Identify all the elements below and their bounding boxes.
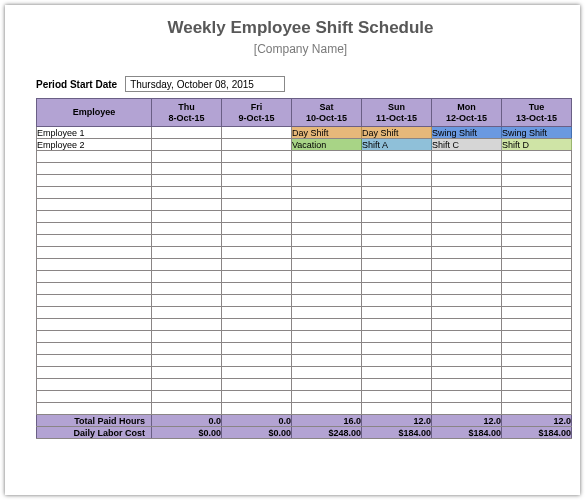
employee-name-cell[interactable]: Employee 2 xyxy=(37,139,152,151)
employee-name-cell[interactable] xyxy=(37,295,152,307)
shift-cell[interactable] xyxy=(362,307,432,319)
shift-cell[interactable] xyxy=(222,163,292,175)
employee-name-cell[interactable] xyxy=(37,331,152,343)
shift-cell[interactable] xyxy=(222,247,292,259)
shift-cell[interactable] xyxy=(362,343,432,355)
employee-name-cell[interactable] xyxy=(37,355,152,367)
shift-cell[interactable] xyxy=(152,331,222,343)
shift-cell[interactable] xyxy=(292,295,362,307)
shift-cell[interactable] xyxy=(292,283,362,295)
shift-cell[interactable] xyxy=(502,175,572,187)
shift-cell[interactable] xyxy=(432,151,502,163)
employee-name-cell[interactable] xyxy=(37,175,152,187)
shift-cell[interactable] xyxy=(432,163,502,175)
shift-cell[interactable] xyxy=(292,235,362,247)
employee-name-cell[interactable] xyxy=(37,151,152,163)
shift-cell[interactable] xyxy=(152,151,222,163)
period-start-input[interactable] xyxy=(125,76,285,92)
shift-cell[interactable] xyxy=(432,199,502,211)
shift-cell[interactable] xyxy=(152,223,222,235)
shift-cell[interactable] xyxy=(502,199,572,211)
shift-cell[interactable] xyxy=(362,379,432,391)
shift-cell[interactable] xyxy=(222,127,292,139)
shift-cell[interactable] xyxy=(222,199,292,211)
shift-cell[interactable] xyxy=(292,331,362,343)
shift-cell[interactable] xyxy=(432,271,502,283)
shift-cell[interactable] xyxy=(292,223,362,235)
shift-cell[interactable] xyxy=(362,367,432,379)
employee-name-cell[interactable] xyxy=(37,247,152,259)
shift-cell[interactable] xyxy=(152,259,222,271)
shift-cell[interactable] xyxy=(292,307,362,319)
shift-cell[interactable] xyxy=(292,175,362,187)
shift-cell[interactable]: Swing Shift xyxy=(432,127,502,139)
employee-name-cell[interactable] xyxy=(37,319,152,331)
shift-cell[interactable] xyxy=(152,355,222,367)
shift-cell[interactable] xyxy=(362,295,432,307)
shift-cell[interactable] xyxy=(502,367,572,379)
shift-cell[interactable] xyxy=(502,247,572,259)
shift-cell[interactable]: Shift A xyxy=(362,139,432,151)
shift-cell[interactable] xyxy=(222,223,292,235)
shift-cell[interactable] xyxy=(222,211,292,223)
shift-cell[interactable] xyxy=(432,295,502,307)
shift-cell[interactable] xyxy=(362,199,432,211)
employee-name-cell[interactable] xyxy=(37,343,152,355)
shift-cell[interactable] xyxy=(152,319,222,331)
shift-cell[interactable] xyxy=(292,355,362,367)
shift-cell[interactable] xyxy=(152,175,222,187)
shift-cell[interactable] xyxy=(432,175,502,187)
shift-cell[interactable]: Shift C xyxy=(432,139,502,151)
shift-cell[interactable] xyxy=(362,403,432,415)
shift-cell[interactable] xyxy=(432,247,502,259)
shift-cell[interactable] xyxy=(362,259,432,271)
shift-cell[interactable] xyxy=(222,175,292,187)
shift-cell[interactable] xyxy=(502,235,572,247)
shift-cell[interactable] xyxy=(362,223,432,235)
shift-cell[interactable] xyxy=(502,187,572,199)
shift-cell[interactable] xyxy=(292,259,362,271)
shift-cell[interactable] xyxy=(152,379,222,391)
shift-cell[interactable] xyxy=(432,211,502,223)
shift-cell[interactable] xyxy=(432,367,502,379)
shift-cell[interactable] xyxy=(432,319,502,331)
shift-cell[interactable] xyxy=(432,235,502,247)
shift-cell[interactable] xyxy=(502,391,572,403)
employee-name-cell[interactable] xyxy=(37,211,152,223)
shift-cell[interactable] xyxy=(152,139,222,151)
shift-cell[interactable] xyxy=(222,307,292,319)
shift-cell[interactable] xyxy=(362,247,432,259)
shift-cell[interactable] xyxy=(292,379,362,391)
shift-cell[interactable] xyxy=(222,391,292,403)
shift-cell[interactable] xyxy=(222,151,292,163)
shift-cell[interactable] xyxy=(362,211,432,223)
shift-cell[interactable] xyxy=(152,307,222,319)
shift-cell[interactable] xyxy=(222,331,292,343)
shift-cell[interactable] xyxy=(362,151,432,163)
shift-cell[interactable] xyxy=(152,403,222,415)
shift-cell[interactable] xyxy=(362,187,432,199)
shift-cell[interactable] xyxy=(362,163,432,175)
shift-cell[interactable] xyxy=(152,343,222,355)
shift-cell[interactable] xyxy=(432,343,502,355)
shift-cell[interactable] xyxy=(152,391,222,403)
shift-cell[interactable] xyxy=(292,319,362,331)
employee-name-cell[interactable] xyxy=(37,379,152,391)
employee-name-cell[interactable] xyxy=(37,367,152,379)
shift-cell[interactable] xyxy=(222,319,292,331)
shift-cell[interactable]: Day Shift xyxy=(292,127,362,139)
shift-cell[interactable]: Swing Shift xyxy=(502,127,572,139)
employee-name-cell[interactable] xyxy=(37,223,152,235)
shift-cell[interactable]: Shift D xyxy=(502,139,572,151)
employee-name-cell[interactable] xyxy=(37,199,152,211)
shift-cell[interactable] xyxy=(152,235,222,247)
shift-cell[interactable] xyxy=(362,391,432,403)
shift-cell[interactable] xyxy=(152,127,222,139)
shift-cell[interactable] xyxy=(292,163,362,175)
shift-cell[interactable] xyxy=(362,355,432,367)
shift-cell[interactable] xyxy=(292,343,362,355)
employee-name-cell[interactable] xyxy=(37,259,152,271)
shift-cell[interactable] xyxy=(502,211,572,223)
shift-cell[interactable] xyxy=(502,259,572,271)
employee-name-cell[interactable]: Employee 1 xyxy=(37,127,152,139)
